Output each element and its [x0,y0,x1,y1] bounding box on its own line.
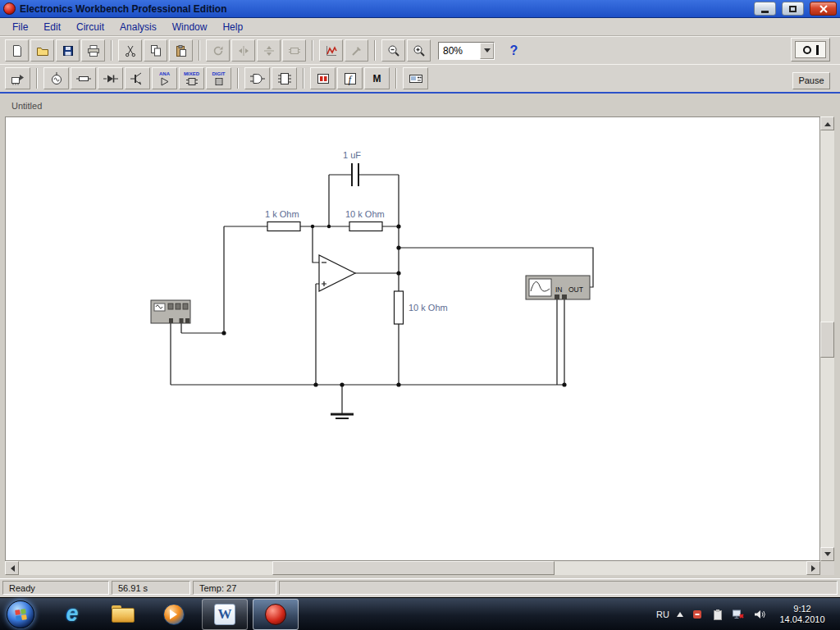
menu-file[interactable]: File [5,19,36,35]
print-button[interactable] [81,39,105,62]
toolbar-separator [312,40,313,61]
display-graphs-button[interactable] [319,39,343,62]
zoom-dropdown-button[interactable] [480,43,494,59]
favorites-bin-icon [11,72,25,85]
instruments-bin-button[interactable] [403,67,428,89]
minimize-button[interactable] [754,2,776,16]
main-toolbar: 80% ? [0,36,840,64]
taskbar-clock[interactable]: 9:12 14.04.2010 [773,604,832,625]
tray-app-icon[interactable] [691,608,704,621]
transistors-bin-button[interactable] [125,67,150,89]
mixed-ics-label: MIXED [184,71,199,77]
controls-bin-glyph: f [349,74,351,86]
pause-button[interactable]: Pause [792,72,830,89]
power-off-icon [803,46,811,54]
new-button[interactable] [5,39,29,62]
mixed-ics-bin-button[interactable]: MIXED [179,67,204,89]
zoom-level-value[interactable]: 80% [439,43,480,59]
digital-bin-icon [277,71,292,86]
tray-network[interactable] [732,608,745,621]
menu-circuit[interactable]: Circuit [69,19,112,35]
rotate-icon [212,44,225,57]
horizontal-scrollbar[interactable] [5,561,820,575]
horizontal-scroll-thumb[interactable] [272,561,555,575]
close-button[interactable] [810,2,837,16]
start-button[interactable] [7,600,34,628]
diodes-bin-button[interactable] [98,67,123,89]
save-icon [62,44,75,57]
indicators-bin-button[interactable] [310,67,336,89]
taskbar-word-button[interactable]: W [202,599,248,630]
logic-gates-bin-button[interactable] [244,67,270,89]
tray-clipboard[interactable] [711,608,724,621]
app-logo-icon [3,2,16,15]
basic-bin-button[interactable] [71,67,96,89]
internet-explorer-icon: e [66,601,78,627]
favorites-bin-button[interactable] [5,67,30,89]
diodes-bin-icon [103,71,118,86]
power-on-icon [816,45,819,55]
resistor-r2[interactable] [349,222,382,231]
zoom-out-button[interactable] [381,39,405,62]
cut-button[interactable] [118,39,142,62]
op-amp[interactable] [319,255,355,291]
taskbar-ewb-button[interactable] [253,599,299,630]
component-properties-button[interactable] [345,39,368,62]
schematic-canvas[interactable]: IN OUT 1 uF 1 k Ohm [5,116,820,561]
sources-bin-icon [49,71,64,86]
taskbar-explorer-button[interactable] [100,599,146,630]
digital-ics-bin-button[interactable]: DIGIT [206,67,231,89]
flip-horizontal-button[interactable] [231,39,255,62]
save-button[interactable] [56,39,80,62]
menu-help[interactable]: Help [215,19,251,35]
document-title: Untitled [11,101,42,111]
analysis-graph-icon [325,44,338,57]
oscilloscope[interactable]: IN OUT [526,276,590,299]
digital-bin-button[interactable] [272,67,297,89]
tray-volume[interactable] [752,608,765,621]
taskbar-media-player-button[interactable] [151,599,197,630]
capacitor-c1[interactable] [352,163,358,186]
menu-analysis[interactable]: Analysis [112,19,165,35]
vertical-scroll-thumb[interactable] [820,322,834,358]
scroll-down-button[interactable] [820,547,834,561]
chevron-down-icon [484,48,491,56]
miscellaneous-bin-glyph: M [373,73,381,84]
paste-button[interactable] [169,39,193,62]
ground-symbol[interactable] [331,414,354,418]
scroll-left-button[interactable] [5,561,19,575]
menu-window[interactable]: Window [165,19,216,35]
open-button[interactable] [30,39,54,62]
help-button[interactable]: ? [502,39,526,62]
create-subcircuit-button[interactable] [282,39,306,62]
toolbar-separator [237,68,239,89]
ewb-app-icon [265,604,286,625]
controls-bin-button[interactable]: f [337,67,363,89]
resistor-r1[interactable] [267,222,300,231]
analog-ics-bin-button[interactable]: ANA [152,67,177,89]
show-hidden-icons-chevron[interactable] [677,609,683,617]
maximize-button[interactable] [782,2,804,16]
taskbar-ie-button[interactable]: e [49,599,95,630]
toolbar-separator [111,40,112,61]
scroll-up-button[interactable] [820,116,834,130]
title-bar: Electronics Workbench Professional Editi… [0,0,840,18]
arrow-right-icon [811,565,819,572]
language-indicator[interactable]: RU [656,609,669,619]
resistor-r3[interactable] [395,291,404,324]
flip-vertical-button[interactable] [257,39,281,62]
scroll-right-button[interactable] [806,561,820,575]
digital-ics-label: DIGIT [212,71,226,77]
toolbar-separator [36,68,38,89]
function-generator[interactable] [151,300,190,323]
power-switch[interactable] [791,38,830,62]
miscellaneous-bin-button[interactable]: M [364,67,390,89]
sources-bin-button[interactable] [43,67,69,89]
parts-toolbar: ANA MIXED DIGIT f M [0,64,840,92]
zoom-level-combo[interactable]: 80% [438,42,495,60]
rotate-button[interactable] [206,39,230,62]
menu-edit[interactable]: Edit [36,19,69,35]
copy-button[interactable] [144,39,167,62]
vertical-scrollbar[interactable] [820,116,834,561]
zoom-in-button[interactable] [407,39,431,62]
